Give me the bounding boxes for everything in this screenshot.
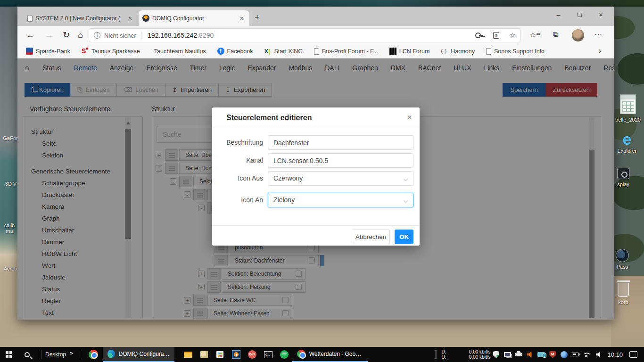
- password-key-icon[interactable]: [475, 32, 483, 39]
- beschriftung-input[interactable]: [268, 135, 413, 150]
- bookmark[interactable]: Sonos Support Info: [486, 48, 545, 55]
- desktop-toolbar-chevron[interactable]: »: [70, 350, 73, 356]
- network-meter[interactable]: D:0,00 kbit/s U:0,00 kbit/s: [441, 349, 490, 360]
- window-controls: – □ ×: [548, 7, 611, 23]
- desktop-icon-label: belle_2020: [615, 117, 641, 123]
- desktop-icon-label: Explorer: [613, 148, 641, 154]
- taskbar-app-icon[interactable]: [244, 347, 260, 362]
- close-button[interactable]: ×: [590, 7, 611, 23]
- site-info-icon[interactable]: i: [94, 32, 100, 39]
- taskbar-app-icon[interactable]: [196, 347, 212, 362]
- reload-icon[interactable]: ↻: [63, 30, 70, 40]
- maximize-button[interactable]: □: [569, 7, 590, 23]
- domiq-favicon: [142, 15, 149, 22]
- field-label-beschriftung: Beschriftung: [216, 135, 263, 150]
- back-icon[interactable]: ←: [26, 30, 34, 40]
- bookmark[interactable]: Start XING: [264, 48, 303, 55]
- tray-icon[interactable]: [570, 347, 581, 362]
- bookmark-label: Start XING: [274, 48, 303, 55]
- browser-titlebar: SYSTEM 2.0 | New Configurator ( × DOMIQ …: [17, 7, 614, 26]
- taskbar-app-icon[interactable]: [212, 347, 228, 362]
- desktop-icon-label-geforce[interactable]: GeFor: [1, 135, 20, 141]
- browser-tab-inactive[interactable]: SYSTEM 2.0 | New Configurator ( ×: [24, 10, 138, 26]
- favorites-hub-icon[interactable]: ☆≡: [529, 30, 541, 39]
- tray-icon[interactable]: [581, 347, 592, 362]
- action-center-icon[interactable]: [629, 351, 637, 358]
- bookmarks-overflow-icon[interactable]: ›: [599, 47, 601, 55]
- taskbar-icon-strip: [180, 347, 292, 362]
- download-speed: 0,00 kbit/s: [469, 349, 491, 354]
- chrome-icon[interactable]: [89, 350, 98, 359]
- tray-icon[interactable]: [502, 347, 513, 362]
- bookmark[interactable]: Taunus Sparkasse: [82, 48, 140, 55]
- dialog-header: Steuerelement editieren ×: [212, 107, 420, 128]
- system-tray: [490, 347, 603, 362]
- tray-icon[interactable]: [524, 347, 536, 362]
- bookmark-label: Sparda-Bank: [36, 48, 70, 55]
- add-favorite-icon[interactable]: ☆: [510, 31, 516, 40]
- bookmark-label: LCN Forum: [399, 48, 430, 55]
- task-label: DOMIQ Configurator ...: [119, 351, 170, 357]
- desktop-icon-label-calibration[interactable]: calib ma: [2, 222, 17, 234]
- tray-icon[interactable]: [547, 347, 558, 362]
- bookmark[interactable]: Harmony: [441, 48, 475, 55]
- start-button-icon[interactable]: [6, 351, 12, 358]
- edge-task-button[interactable]: DOMIQ Configurator ...: [103, 347, 174, 362]
- tab-close-icon[interactable]: ×: [126, 15, 134, 22]
- translate-icon[interactable]: a: [493, 32, 499, 39]
- desktop-icon-label-3d[interactable]: 3D V: [3, 181, 19, 187]
- desktop-icon-label-acrobat[interactable]: Acrob: [1, 266, 20, 272]
- tray-icon[interactable]: [536, 347, 547, 362]
- internet-explorer-icon: e: [613, 131, 641, 147]
- dialog-close-icon[interactable]: ×: [407, 112, 412, 123]
- bookmark-icon: [314, 48, 319, 55]
- browser-tab-active[interactable]: DOMIQ Configurator ×: [139, 10, 249, 26]
- desktop-toolbar-label[interactable]: Desktop: [45, 351, 66, 358]
- tray-icon[interactable]: [490, 347, 502, 362]
- desktop-icon-explorer[interactable]: e Explorer: [613, 131, 641, 154]
- bookmark[interactable]: Tauchteam Nautilus: [151, 48, 206, 55]
- icon-an-select[interactable]: Zielony: [268, 193, 413, 207]
- new-tab-button[interactable]: +: [255, 12, 260, 23]
- desktop-icon-label: splay: [611, 181, 636, 187]
- bookmark-label: Sonos Support Info: [494, 48, 545, 55]
- ok-button[interactable]: OK: [395, 230, 413, 244]
- taskbar-app-icon[interactable]: [276, 347, 292, 362]
- bookmark[interactable]: Sparda-Bank: [26, 48, 70, 55]
- taskbar-app-icon[interactable]: [180, 347, 196, 362]
- bookmark[interactable]: Bus-Profi Forum - F...: [314, 48, 378, 55]
- tray-icon[interactable]: [558, 347, 570, 362]
- bookmark-icon: [486, 48, 491, 55]
- tray-icon[interactable]: [592, 347, 603, 362]
- excel-file-icon: [620, 94, 636, 114]
- icon-aus-select[interactable]: Czerwony: [268, 171, 413, 186]
- collections-icon[interactable]: ⧉: [553, 30, 558, 39]
- bookmark-label: Harmony: [451, 48, 475, 55]
- profile-avatar[interactable]: [572, 29, 584, 41]
- taskbar-search-icon[interactable]: [25, 352, 30, 357]
- chrome-task-button[interactable]: Wetterdaten - Google...: [292, 347, 368, 362]
- taskbar-app-icon[interactable]: [260, 347, 276, 362]
- taskbar-clock[interactable]: 10:10: [607, 351, 623, 358]
- task-label: Wetterdaten - Google...: [309, 351, 363, 357]
- browser-menu-icon[interactable]: ···: [594, 30, 602, 39]
- desktop-icon-recycle-bin[interactable]: korb: [611, 283, 636, 305]
- url-port: :8290: [197, 32, 214, 39]
- kanal-input[interactable]: [268, 153, 413, 168]
- minimize-button[interactable]: –: [548, 7, 569, 23]
- tray-icon[interactable]: [513, 347, 524, 362]
- desktop-icon-label: korb: [611, 299, 636, 305]
- cancel-button[interactable]: Abbrechen: [352, 230, 390, 244]
- tab-close-icon[interactable]: ×: [238, 15, 246, 22]
- forward-icon[interactable]: →: [45, 30, 53, 40]
- bookmark[interactable]: Facebook: [217, 48, 253, 55]
- page-favicon: [27, 15, 33, 22]
- desktop-icon-display[interactable]: splay: [611, 168, 636, 187]
- address-bar[interactable]: i Nicht sicher | 192.168.165.242 :8290 a…: [89, 28, 521, 42]
- bookmark-icon: [441, 48, 448, 55]
- taskbar-divider: [80, 350, 80, 359]
- bookmark[interactable]: LCN Forum: [389, 48, 430, 55]
- taskbar-app-icon[interactable]: [228, 347, 244, 362]
- desktop-icon-excel[interactable]: belle_2020: [615, 94, 641, 123]
- home-icon[interactable]: ⌂: [78, 30, 83, 40]
